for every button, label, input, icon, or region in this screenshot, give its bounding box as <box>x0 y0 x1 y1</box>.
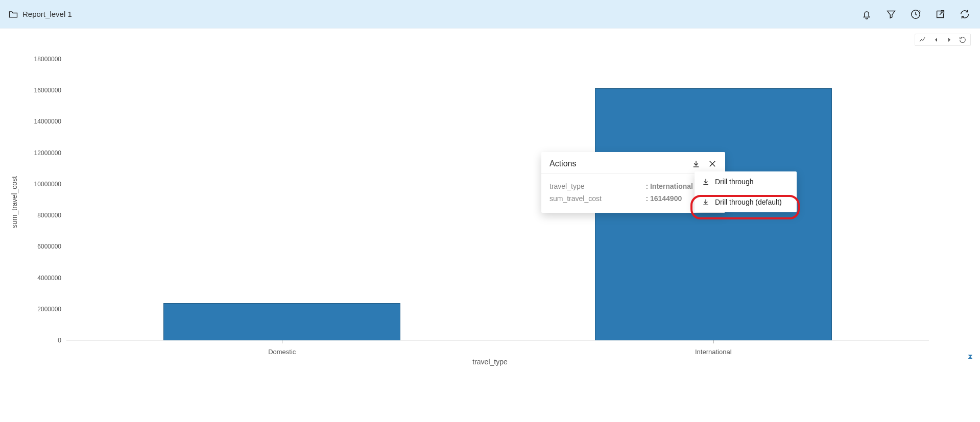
linechart-icon[interactable] <box>918 35 927 44</box>
export-icon[interactable] <box>933 7 947 21</box>
bell-icon[interactable] <box>859 7 874 21</box>
close-icon[interactable] <box>708 159 717 168</box>
reload-icon[interactable] <box>958 35 967 44</box>
submenu-label: Drill through (default) <box>715 198 782 206</box>
actions-title: Actions <box>549 159 576 168</box>
top-toolbar <box>859 7 972 21</box>
y-tick: 14000000 <box>26 118 61 125</box>
next-icon[interactable] <box>945 35 954 44</box>
filter-icon[interactable] <box>884 7 898 21</box>
x-tick-mark <box>713 340 714 343</box>
y-tick: 16000000 <box>26 87 61 94</box>
hourglass-icon: ⧗ <box>968 352 973 361</box>
x-tick-label: International <box>695 348 732 356</box>
drill-submenu: Drill throughDrill through (default) <box>695 171 797 212</box>
y-axis-ticks: 0200000040000006000000800000010000000120… <box>26 59 61 340</box>
y-tick: 2000000 <box>26 306 61 313</box>
actions-header: Actions <box>541 152 725 174</box>
y-tick: 0 <box>26 337 61 344</box>
refresh-icon[interactable] <box>958 7 972 21</box>
plot-region: DomesticInternational <box>66 59 929 340</box>
folder-icon <box>8 9 18 19</box>
prev-icon[interactable] <box>931 35 941 44</box>
page-title: Report_level 1 <box>22 10 72 18</box>
download-icon <box>702 198 710 206</box>
x-axis-label: travel_type <box>472 358 507 366</box>
top-bar: Report_level 1 <box>0 0 980 29</box>
x-tick-label: Domestic <box>268 348 296 356</box>
y-axis-label: sum_travel_cost <box>10 176 18 228</box>
chart-mini-toolbar <box>915 34 971 46</box>
schedule-icon[interactable] <box>909 7 923 21</box>
x-tick-mark <box>282 340 282 343</box>
actions-header-icons <box>691 159 717 168</box>
y-tick: 10000000 <box>26 181 61 188</box>
y-tick: 12000000 <box>26 150 61 157</box>
y-tick: 8000000 <box>26 212 61 219</box>
bar-domestic[interactable] <box>163 303 400 340</box>
submenu-label: Drill through <box>715 178 753 186</box>
y-tick: 6000000 <box>26 243 61 250</box>
download-icon <box>702 178 710 186</box>
drill-down-icon[interactable] <box>691 159 701 168</box>
actions-row: sum_travel_cost: 16144900 <box>549 192 717 205</box>
y-tick: 4000000 <box>26 275 61 282</box>
actions-key: sum_travel_cost <box>549 194 641 203</box>
actions-key: travel_type <box>549 182 641 190</box>
breadcrumb: Report_level 1 <box>8 9 72 19</box>
chart-area: sum_travel_cost 020000004000000600000080… <box>0 29 980 422</box>
y-tick: 18000000 <box>26 56 61 63</box>
drill-through-default[interactable]: Drill through (default) <box>695 192 797 212</box>
drill-through[interactable]: Drill through <box>695 171 797 192</box>
bar-international[interactable] <box>595 88 832 340</box>
actions-row: travel_type: International <box>549 180 717 192</box>
